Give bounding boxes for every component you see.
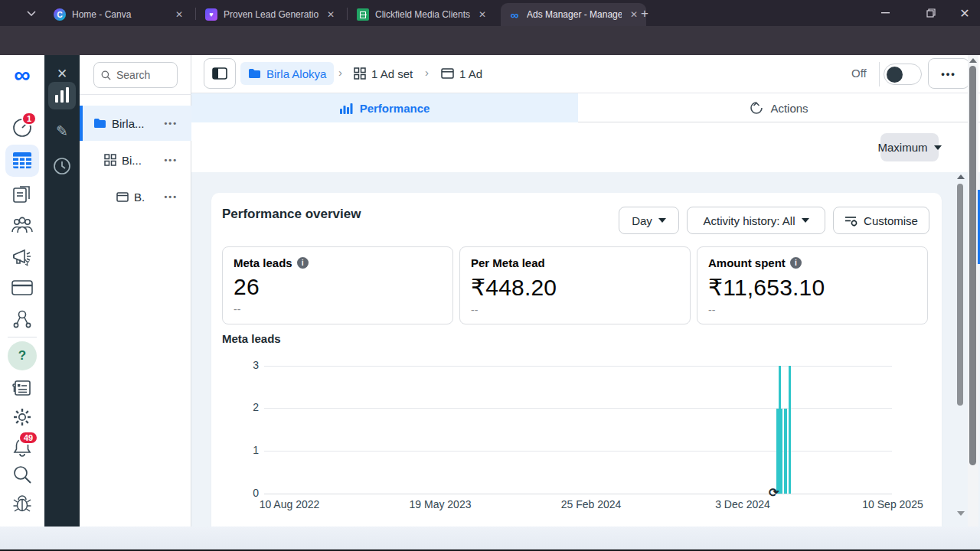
overview-title: Performance overview bbox=[222, 207, 361, 222]
inner-scroll-down-arrow[interactable] bbox=[957, 511, 965, 516]
chevron-down-icon bbox=[802, 218, 809, 223]
metric-sub: -- bbox=[708, 304, 927, 316]
tab-separator bbox=[347, 8, 348, 20]
breadcrumb-ad[interactable]: 1 Ad bbox=[441, 62, 482, 85]
customise-label: Customise bbox=[864, 214, 918, 227]
breadcrumb-label: Birla Alokya bbox=[266, 67, 326, 80]
metric-label: Meta leads bbox=[234, 256, 292, 269]
audiences-icon[interactable] bbox=[0, 215, 44, 235]
breadcrumb-label: 1 Ad bbox=[459, 67, 482, 80]
x-tick-label: 10 Aug 2022 bbox=[240, 498, 339, 510]
insights-chart-icon[interactable] bbox=[44, 87, 80, 104]
pages-icon[interactable] bbox=[0, 184, 44, 205]
screen: C Home - Canva ✕ ♥ Proven Lead Generatio… bbox=[0, 0, 980, 551]
billing-card-icon[interactable] bbox=[0, 279, 44, 296]
tab-performance[interactable]: Performance bbox=[191, 93, 578, 122]
tab-close-icon[interactable]: ✕ bbox=[325, 9, 337, 20]
account-badge: 1 bbox=[21, 112, 37, 126]
report-bug-icon[interactable] bbox=[0, 493, 44, 514]
browser-tab-canva-home[interactable]: C Home - Canva ✕ bbox=[46, 3, 191, 26]
breadcrumb-campaign[interactable]: Birla Alokya bbox=[240, 62, 334, 85]
window-close-button[interactable]: ✕ bbox=[949, 0, 980, 26]
tab-actions[interactable]: Actions bbox=[578, 93, 980, 122]
x-tick-label: 25 Feb 2024 bbox=[541, 498, 641, 510]
info-icon[interactable]: i bbox=[297, 257, 309, 269]
gridline bbox=[264, 408, 892, 409]
day-dropdown[interactable]: Day bbox=[619, 207, 679, 234]
x-tick-label: 10 Sep 2025 bbox=[843, 498, 942, 510]
ad-frame-icon bbox=[116, 192, 129, 202]
metric-value: 26 bbox=[234, 274, 452, 300]
business-assets-icon[interactable] bbox=[0, 308, 44, 331]
inner-scroll-up-arrow[interactable] bbox=[957, 174, 965, 179]
x-axis-line bbox=[264, 494, 892, 494]
y-tick-label: 3 bbox=[230, 359, 259, 371]
updates-icon[interactable] bbox=[0, 378, 44, 398]
tree-item-menu-icon[interactable]: ••• bbox=[164, 119, 178, 128]
inner-scrollbar-thumb[interactable] bbox=[957, 184, 963, 406]
tree-item-ad[interactable]: B. ••• bbox=[80, 179, 191, 214]
scroll-up-arrow[interactable] bbox=[969, 58, 977, 63]
search-rail-icon[interactable] bbox=[0, 464, 44, 485]
browser-tab-sheets[interactable]: Clickfield Media Clients - Goog ✕ bbox=[349, 3, 495, 26]
day-label: Day bbox=[632, 214, 652, 227]
edit-pencil-icon[interactable]: ✎ bbox=[44, 122, 80, 140]
advertise-megaphone-icon[interactable] bbox=[0, 246, 44, 268]
campaigns-icon[interactable] bbox=[0, 151, 44, 171]
tab-close-icon[interactable]: ✕ bbox=[476, 9, 488, 20]
tab-search-button[interactable] bbox=[21, 5, 41, 21]
chevron-down-icon bbox=[934, 145, 942, 150]
info-icon[interactable]: i bbox=[790, 257, 802, 269]
help-button[interactable]: ? bbox=[0, 341, 44, 370]
toggle-knob bbox=[887, 67, 903, 83]
view-tabs: Performance Actions bbox=[191, 93, 980, 122]
canva-doc-favicon: ♥ bbox=[205, 8, 217, 21]
canva-favicon: C bbox=[54, 8, 66, 21]
chart-title: Meta leads bbox=[222, 332, 281, 345]
ad-status-toggle[interactable] bbox=[884, 64, 922, 85]
activity-label: Activity history: All bbox=[703, 214, 795, 227]
browser-tab-lead-generation[interactable]: ♥ Proven Lead Generation Strateg ✕ bbox=[198, 3, 343, 26]
tree-search-box[interactable] bbox=[93, 62, 178, 88]
window-minimize-button[interactable] bbox=[870, 0, 900, 26]
notifications-badge: 49 bbox=[18, 431, 38, 445]
settings-gear-icon[interactable] bbox=[0, 406, 44, 428]
google-sheets-favicon bbox=[357, 8, 369, 21]
tree-item-menu-icon[interactable]: ••• bbox=[164, 155, 178, 165]
outer-scrollbar-thumb[interactable] bbox=[969, 66, 976, 465]
customise-button[interactable]: Customise bbox=[833, 207, 929, 234]
maximum-label: Maximum bbox=[878, 141, 928, 154]
more-options-button[interactable]: ••• bbox=[928, 58, 969, 89]
meta-logo[interactable]: ∞ bbox=[0, 64, 44, 86]
tree-item-menu-icon[interactable]: ••• bbox=[164, 192, 178, 201]
folder-icon bbox=[248, 68, 261, 79]
tree-item-label: Birla... bbox=[112, 117, 145, 130]
metric-card-per-meta-lead: Per Meta lead ₹448.20 -- bbox=[459, 246, 691, 324]
tab-title: Ads Manager - Manage ads - C bbox=[527, 9, 622, 20]
chart-bar bbox=[779, 366, 781, 494]
tree-item-label: B. bbox=[134, 191, 145, 204]
collapse-panel-button[interactable] bbox=[204, 58, 236, 89]
history-clock-icon[interactable] bbox=[44, 156, 80, 176]
tab-close-icon[interactable]: ✕ bbox=[173, 9, 185, 20]
metric-label: Amount spent bbox=[708, 256, 786, 269]
metric-value: ₹11,653.10 bbox=[708, 274, 927, 301]
customise-icon bbox=[844, 215, 858, 227]
status-off-label: Off bbox=[851, 67, 867, 80]
window-bottom-strip bbox=[0, 527, 980, 549]
new-tab-button[interactable]: + bbox=[635, 5, 654, 23]
tree-item-campaign[interactable]: Birla... ••• bbox=[80, 106, 191, 141]
attribution-maximum-dropdown[interactable]: Maximum bbox=[880, 133, 939, 161]
header-divider bbox=[879, 62, 880, 86]
tree-item-ad-set[interactable]: Bi... ••• bbox=[80, 142, 191, 178]
tab-title: Home - Canva bbox=[72, 9, 167, 20]
window-restore-button[interactable] bbox=[916, 0, 946, 26]
gridline bbox=[264, 366, 892, 367]
close-tools-icon[interactable]: ✕ bbox=[44, 66, 80, 82]
metric-value: ₹448.20 bbox=[471, 274, 690, 301]
breadcrumb-separator: › bbox=[338, 66, 342, 79]
browser-tab-ads-manager[interactable]: ∞ Ads Manager - Manage ads - C ✕ bbox=[501, 3, 646, 26]
tree-search-input[interactable] bbox=[116, 69, 170, 81]
breadcrumb-ad-set[interactable]: 1 Ad set bbox=[354, 62, 413, 85]
activity-history-dropdown[interactable]: Activity history: All bbox=[687, 207, 825, 234]
